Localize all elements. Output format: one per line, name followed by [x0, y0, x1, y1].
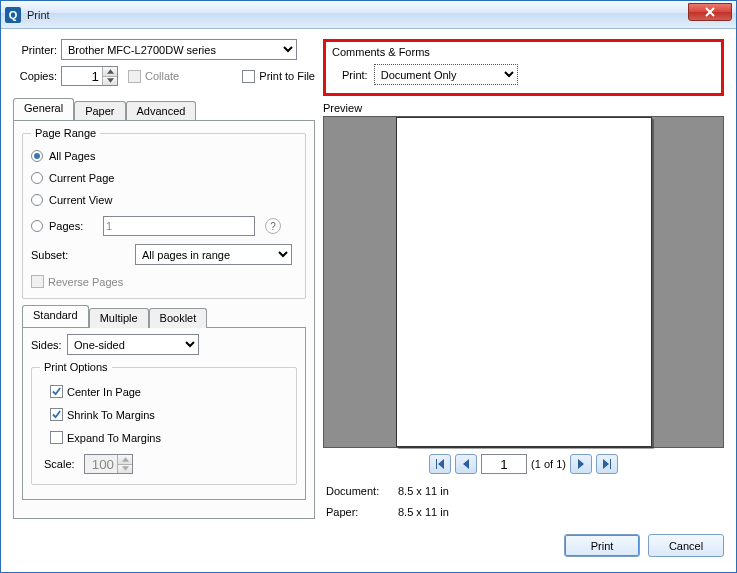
layout-panel-standard: Sides: One-sided Print Options Center In… — [22, 327, 306, 500]
radio-icon — [31, 172, 43, 184]
checkbox-icon — [242, 70, 255, 83]
scale-input — [85, 455, 117, 473]
dialog-footer: Print Cancel — [1, 525, 736, 567]
comments-forms-legend: Comments & Forms — [332, 46, 715, 58]
main-tabs: General Paper Advanced — [13, 98, 315, 120]
center-in-page-checkbox[interactable]: Center In Page — [50, 385, 288, 398]
radio-pages[interactable]: Pages: ? — [31, 216, 297, 236]
last-icon — [602, 459, 612, 469]
subset-select[interactable]: All pages in range — [135, 244, 292, 265]
help-icon[interactable]: ? — [265, 218, 281, 234]
copies-spin-buttons[interactable] — [102, 67, 117, 85]
checkbox-icon — [128, 70, 141, 83]
app-icon: Q — [5, 7, 21, 23]
checkbox-icon — [50, 408, 63, 421]
last-page-button[interactable] — [596, 454, 618, 474]
comments-forms-highlight: Comments & Forms Print: Document Only — [323, 39, 724, 96]
checkbox-label: Expand To Margins — [67, 432, 161, 444]
title-bar: Q Print — [1, 1, 736, 29]
tab-standard[interactable]: Standard — [22, 305, 89, 327]
tab-panel-general: Page Range All Pages Current Page Curren… — [13, 120, 315, 519]
spin-up-icon[interactable] — [103, 67, 117, 77]
checkbox-label: Center In Page — [67, 386, 141, 398]
page-count-text: (1 of 1) — [531, 458, 566, 470]
radio-current-page[interactable]: Current Page — [31, 172, 297, 184]
page-number-input[interactable] — [481, 454, 527, 474]
checkbox-icon — [31, 275, 44, 288]
reverse-pages-label: Reverse Pages — [48, 276, 123, 288]
page-range-legend: Page Range — [31, 127, 100, 139]
copies-spinner[interactable] — [61, 66, 118, 86]
subset-label: Subset: — [31, 249, 95, 261]
preview-page — [396, 117, 652, 447]
copies-label: Copies: — [13, 70, 57, 82]
tab-advanced[interactable]: Advanced — [126, 101, 197, 121]
scale-spinner — [84, 454, 133, 474]
cancel-button[interactable]: Cancel — [648, 534, 724, 557]
radio-label: Current Page — [49, 172, 114, 184]
shrink-to-margins-checkbox[interactable]: Shrink To Margins — [50, 408, 288, 421]
radio-current-view[interactable]: Current View — [31, 194, 297, 206]
collate-checkbox: Collate — [128, 70, 179, 83]
document-dim-value: 8.5 x 11 in — [397, 482, 722, 501]
sides-select[interactable]: One-sided — [67, 334, 199, 355]
pages-input — [103, 216, 255, 236]
scale-spin-buttons — [117, 455, 132, 473]
preview-area — [323, 116, 724, 448]
reverse-pages-checkbox: Reverse Pages — [31, 275, 123, 288]
dimensions-table: Document:8.5 x 11 in Paper:8.5 x 11 in — [323, 480, 724, 523]
checkbox-icon — [50, 431, 63, 444]
paper-dim-value: 8.5 x 11 in — [397, 503, 722, 522]
tab-paper[interactable]: Paper — [74, 101, 125, 121]
copies-input[interactable] — [62, 67, 102, 85]
print-button[interactable]: Print — [564, 534, 640, 557]
prev-page-button[interactable] — [455, 454, 477, 474]
preview-label: Preview — [323, 102, 724, 114]
layout-tabs: Standard Multiple Booklet — [22, 305, 306, 327]
checkbox-icon — [50, 385, 63, 398]
spin-down-icon — [118, 465, 132, 474]
printer-label: Printer: — [13, 44, 57, 56]
preview-pager: (1 of 1) — [323, 454, 724, 474]
radio-label: All Pages — [49, 150, 95, 162]
tab-multiple[interactable]: Multiple — [89, 308, 149, 328]
radio-all-pages[interactable]: All Pages — [31, 150, 297, 162]
print-to-file-checkbox[interactable]: Print to File — [242, 70, 315, 83]
scale-label: Scale: — [44, 458, 84, 470]
print-options-legend: Print Options — [40, 361, 112, 373]
print-options-group: Print Options Center In Page Shrink To M… — [31, 361, 297, 485]
tab-general[interactable]: General — [13, 98, 74, 120]
sides-label: Sides: — [31, 339, 67, 351]
next-icon — [576, 459, 586, 469]
page-range-group: Page Range All Pages Current Page Curren… — [22, 127, 306, 299]
close-icon — [705, 7, 715, 17]
spin-up-icon — [118, 455, 132, 465]
window-title: Print — [27, 9, 688, 21]
print-to-file-label: Print to File — [259, 70, 315, 82]
expand-to-margins-checkbox[interactable]: Expand To Margins — [50, 431, 288, 444]
first-page-button[interactable] — [429, 454, 451, 474]
first-icon — [435, 459, 445, 469]
radio-icon — [31, 194, 43, 206]
radio-icon — [31, 150, 43, 162]
radio-label: Pages: — [49, 220, 97, 232]
printer-select[interactable]: Brother MFC-L2700DW series — [61, 39, 297, 60]
spin-down-icon[interactable] — [103, 77, 117, 86]
radio-icon — [31, 220, 43, 232]
paper-dim-label: Paper: — [325, 503, 395, 522]
tab-booklet[interactable]: Booklet — [149, 308, 208, 328]
close-button[interactable] — [688, 3, 732, 21]
checkbox-label: Shrink To Margins — [67, 409, 155, 421]
radio-label: Current View — [49, 194, 112, 206]
prev-icon — [461, 459, 471, 469]
next-page-button[interactable] — [570, 454, 592, 474]
comments-forms-select[interactable]: Document Only — [374, 64, 518, 85]
document-dim-label: Document: — [325, 482, 395, 501]
cf-print-label: Print: — [342, 69, 368, 81]
collate-label: Collate — [145, 70, 179, 82]
